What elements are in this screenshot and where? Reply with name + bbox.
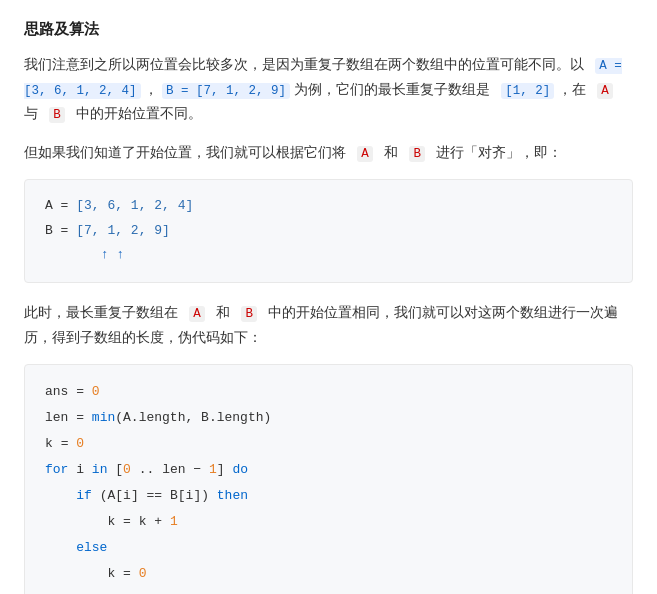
para2-spacer3 [402,145,406,160]
para2-text-mid: 和 [384,145,398,160]
para1-text-mid2: 为例，它们的最长重复子数组是 [294,82,490,97]
para1-example-b: B = [7, 1, 2, 9] [162,83,290,99]
para1-text-end: 中的开始位置不同。 [76,106,202,121]
paragraph-3: 此时，最长重复子数组在 A 和 B 中的开始位置相同，我们就可以对这两个数组进行… [24,301,633,350]
align-label-b: B = [45,223,76,238]
para1-text-mid3: ，在 [558,82,586,97]
code-line-7: else [45,535,612,561]
para1-var-a: A [597,83,613,99]
para1-spacer4 [617,82,621,97]
code-line-5: if (A[i] == B[i]) then [45,483,612,509]
para3-spacer4 [261,305,265,320]
para2-text-end: 进行「对齐」，即： [436,145,562,160]
code-line-9: end if [45,587,612,594]
para3-text-mid1: 和 [216,305,230,320]
para1-comma: ， [144,82,158,97]
para3-var-b: B [241,306,257,322]
para2-text-before: 但如果我们知道了开始位置，我们就可以根据它们将 [24,145,346,160]
para3-spacer2 [209,305,213,320]
para2-var-b: B [409,146,425,162]
para3-spacer3 [234,305,238,320]
paragraph-1: 我们注意到之所以两位置会比较多次，是因为重复子数组在两个数组中的位置可能不同。以… [24,53,633,127]
align-line2: B = [7, 1, 2, 9] [45,219,612,244]
align-line1: A = [3, 6, 1, 2, 4] [45,194,612,219]
para1-text-mid4: 与 [24,106,38,121]
code-line-8: k = 0 [45,561,612,587]
para2-var-a: A [357,146,373,162]
para1-example-sub: [1, 2] [501,83,554,99]
code-line-3: k = 0 [45,431,612,457]
align-value-a: [3, 6, 1, 2, 4] [76,198,193,213]
para1-var-b: B [49,107,65,123]
align-arrows: ↑ ↑ [45,243,612,268]
code-line-1: ans = 0 [45,379,612,405]
code-line-2: len = min(A.length, B.length) [45,405,612,431]
para2-spacer2 [377,145,381,160]
para3-text-before: 此时，最长重复子数组在 [24,305,178,320]
para1-spacer2 [494,82,498,97]
algo-code-block: ans = 0 len = min(A.length, B.length) k … [24,364,633,594]
para3-spacer [182,305,186,320]
para2-spacer [350,145,354,160]
align-code-block: A = [3, 6, 1, 2, 4] B = [7, 1, 2, 9] ↑ ↑ [24,179,633,283]
para1-spacer6 [69,106,73,121]
para1-spacer3 [590,82,594,97]
paragraph-2: 但如果我们知道了开始位置，我们就可以根据它们将 A 和 B 进行「对齐」，即： [24,141,633,166]
section-title: 思路及算法 [24,20,633,39]
code-line-4: for i in [0 .. len − 1] do [45,457,612,483]
align-value-b: [7, 1, 2, 9] [76,223,170,238]
para1-spacer [588,57,592,72]
para2-spacer4 [429,145,433,160]
para1-spacer5 [42,106,46,121]
align-label-a: A = [45,198,76,213]
code-line-6: k = k + 1 [45,509,612,535]
para3-var-a: A [189,306,205,322]
para1-text-before: 我们注意到之所以两位置会比较多次，是因为重复子数组在两个数组中的位置可能不同。以 [24,57,584,72]
